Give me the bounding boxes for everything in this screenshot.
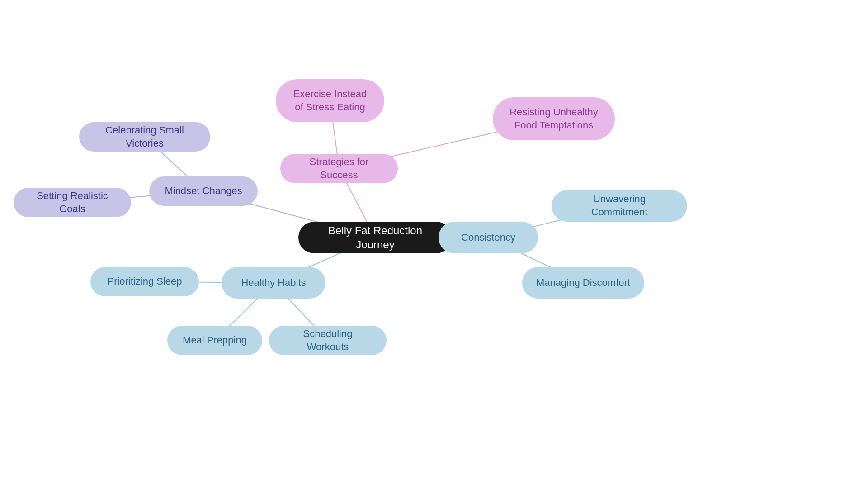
center-label: Belly Fat Reduction Journey [311,224,439,252]
prioritizing-label: Prioritizing Sleep [107,275,182,288]
resisting-label: Resisting Unhealthy Food Temptations [505,106,602,132]
managing-node: Managing Discomfort [522,267,644,299]
resisting-node: Resisting Unhealthy Food Temptations [493,97,615,140]
exercise-label: Exercise Instead of Stress Eating [288,88,372,114]
consistency-node: Consistency [439,222,538,253]
scheduling-node: Scheduling Workouts [269,326,387,355]
meal-label: Meal Prepping [183,334,247,347]
scheduling-label: Scheduling Workouts [282,328,374,353]
prioritizing-node: Prioritizing Sleep [90,267,199,296]
meal-node: Meal Prepping [167,326,262,355]
managing-label: Managing Discomfort [536,276,630,290]
setting-node: Setting Realistic Goals [14,188,131,217]
mindset-label: Mindset Changes [165,185,242,198]
unwavering-node: Unwavering Commitment [552,190,687,222]
setting-label: Setting Realistic Goals [26,190,118,215]
unwavering-label: Unwavering Commitment [564,193,675,219]
strategies-label: Strategies for Success [293,156,385,181]
consistency-label: Consistency [461,231,515,244]
mindset-node: Mindset Changes [149,176,258,206]
strategies-node: Strategies for Success [280,154,398,183]
exercise-node: Exercise Instead of Stress Eating [276,79,384,122]
celebrating-label: Celebrating Small Victories [92,124,198,150]
healthy-label: Healthy Habits [241,276,306,290]
center-node: Belly Fat Reduction Journey [298,222,452,253]
healthy-node: Healthy Habits [222,267,326,299]
celebrating-node: Celebrating Small Victories [79,122,210,152]
